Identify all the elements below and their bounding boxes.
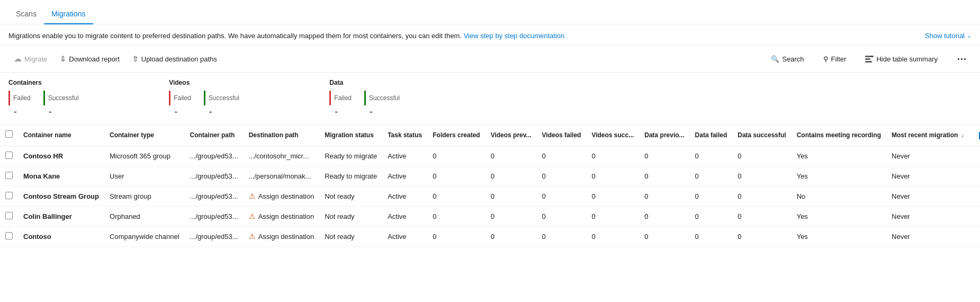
cell-contains_meeting: Yes	[792, 206, 886, 226]
row-checkbox[interactable]	[5, 172, 13, 179]
col-container-type[interactable]: Container type	[104, 125, 185, 146]
cell-container_name: Contoso	[18, 226, 104, 246]
cell-videos_prev: 0	[485, 206, 537, 226]
cell-container_path: .../group/ed53...	[185, 186, 244, 206]
table-row: Contoso HRMicrosoft 365 group.../group/e…	[0, 146, 980, 166]
data-summary: Data Failed - Successful -	[329, 79, 490, 118]
summary-spacer	[490, 79, 972, 118]
data-table-wrapper: Container name Container type Container …	[0, 125, 980, 247]
cell-videos_prev: 0	[485, 166, 537, 186]
cell-data_failed: 0	[690, 206, 733, 226]
cell-data_previo: 0	[639, 206, 689, 226]
docs-link[interactable]: View step by step documentation	[464, 32, 565, 40]
containers-failed: Failed -	[8, 91, 31, 118]
choose-columns-header[interactable]: Choose columns	[969, 125, 980, 146]
cell-choose-cols	[969, 166, 980, 186]
cell-folders_created: 0	[427, 206, 485, 226]
cell-data_previo: 0	[639, 186, 689, 206]
choose-columns-button[interactable]: Choose columns	[975, 129, 980, 141]
cell-task_status: Active	[382, 206, 427, 226]
hide-summary-button[interactable]: Hide table summary	[860, 51, 943, 66]
red-bar-icon	[8, 91, 10, 105]
row-checkbox[interactable]	[5, 152, 13, 159]
toolbar: ☁ Migrate ⇩ Download report ⇧ Upload des…	[0, 46, 980, 73]
videos-successful: Successful -	[204, 91, 239, 118]
migrations-table: Container name Container type Container …	[0, 125, 980, 247]
search-button[interactable]: 🔍 Search	[766, 52, 809, 66]
warning-icon: ⚠	[249, 192, 256, 200]
table-summary-icon	[865, 55, 874, 63]
cell-data_failed: 0	[690, 226, 733, 246]
select-all-header[interactable]	[0, 125, 18, 146]
filter-button[interactable]: ⚲ Filter	[818, 52, 852, 66]
warning-icon: ⚠	[249, 212, 256, 220]
cell-data_successful: 0	[732, 186, 791, 206]
cell-most_recent: Never	[886, 206, 969, 226]
assign-destination-status: ⚠ Assign destination	[249, 212, 314, 220]
cell-videos_failed: 0	[537, 186, 587, 206]
col-data-previo[interactable]: Data previo...	[639, 125, 689, 146]
cell-container_path: .../group/ed53...	[185, 146, 244, 166]
more-options-button[interactable]: ⋯	[951, 50, 972, 68]
cell-migration_status: Not ready	[319, 206, 382, 226]
table-row: Colin BallingerOrphaned.../group/ed53...…	[0, 206, 980, 226]
table-row: Mona KaneUser.../group/ed53....../person…	[0, 166, 980, 186]
cell-container_type: Microsoft 365 group	[104, 146, 185, 166]
row-checkbox[interactable]	[5, 192, 13, 199]
cell-container_name: Mona Kane	[18, 166, 104, 186]
col-folders-created[interactable]: Folders created	[427, 125, 485, 146]
tab-bar: Scans Migrations	[0, 0, 980, 24]
col-destination-path[interactable]: Destination path	[244, 125, 320, 146]
videos-failed: Failed -	[169, 91, 191, 118]
tab-migrations[interactable]: Migrations	[44, 5, 93, 24]
cell-destination_path: .../personal/monak...	[244, 166, 320, 186]
col-migration-status[interactable]: Migration status	[319, 125, 382, 146]
cell-data_failed: 0	[690, 186, 733, 206]
cell-videos_succ: 0	[586, 166, 639, 186]
cell-most_recent: Never	[886, 146, 969, 166]
more-icon: ⋯	[957, 53, 966, 65]
cell-videos_prev: 0	[485, 226, 537, 246]
cell-data_successful: 0	[732, 226, 791, 246]
migrate-button[interactable]: ☁ Migrate	[8, 51, 52, 67]
row-checkbox[interactable]	[5, 232, 13, 239]
assign-destination-status: ⚠ Assign destination	[249, 192, 314, 200]
migrate-icon: ☁	[14, 54, 22, 64]
col-container-name[interactable]: Container name	[18, 125, 104, 146]
cell-videos_failed: 0	[537, 166, 587, 186]
cell-choose-cols	[969, 226, 980, 246]
upload-destination-button[interactable]: ⇧ Upload destination paths	[127, 51, 222, 66]
tab-scans[interactable]: Scans	[8, 5, 44, 24]
info-text: Migrations enable you to migrate content…	[8, 32, 925, 40]
chevron-down-icon: ⌄	[967, 32, 972, 39]
filter-icon: ⚲	[823, 55, 829, 63]
col-most-recent[interactable]: Most recent migration ↓	[886, 125, 969, 146]
show-tutorial-button[interactable]: Show tutorial ⌄	[925, 32, 972, 40]
select-all-checkbox[interactable]	[5, 130, 13, 138]
col-data-successful[interactable]: Data successful	[732, 125, 791, 146]
download-report-button[interactable]: ⇩ Download report	[55, 51, 124, 66]
cell-migration_status: Not ready	[319, 186, 382, 206]
col-container-path[interactable]: Container path	[185, 125, 244, 146]
cell-folders_created: 0	[427, 226, 485, 246]
cell-migration_status: Ready to migrate	[319, 146, 382, 166]
toolbar-right: 🔍 Search ⚲ Filter Hide table summary ⋯	[766, 50, 972, 68]
row-checkbox[interactable]	[5, 212, 13, 219]
cell-task_status: Active	[382, 146, 427, 166]
cell-most_recent: Never	[886, 186, 969, 206]
cell-migration_status: Ready to migrate	[319, 166, 382, 186]
data-failed: Failed -	[329, 91, 352, 118]
cell-folders_created: 0	[427, 166, 485, 186]
toolbar-left: ☁ Migrate ⇩ Download report ⇧ Upload des…	[8, 51, 766, 67]
col-data-failed[interactable]: Data failed	[690, 125, 733, 146]
red-bar-icon	[169, 91, 170, 105]
svg-rect-0	[865, 56, 874, 57]
col-task-status[interactable]: Task status	[382, 125, 427, 146]
col-videos-failed[interactable]: Videos failed	[537, 125, 587, 146]
col-videos-prev[interactable]: Videos prev...	[485, 125, 537, 146]
cell-container_type: Orphaned	[104, 206, 185, 226]
col-contains-meeting[interactable]: Contains meeting recording	[792, 125, 886, 146]
data-successful: Successful -	[364, 91, 400, 118]
cell-most_recent: Never	[886, 166, 969, 186]
col-videos-succ[interactable]: Videos succ...	[586, 125, 639, 146]
